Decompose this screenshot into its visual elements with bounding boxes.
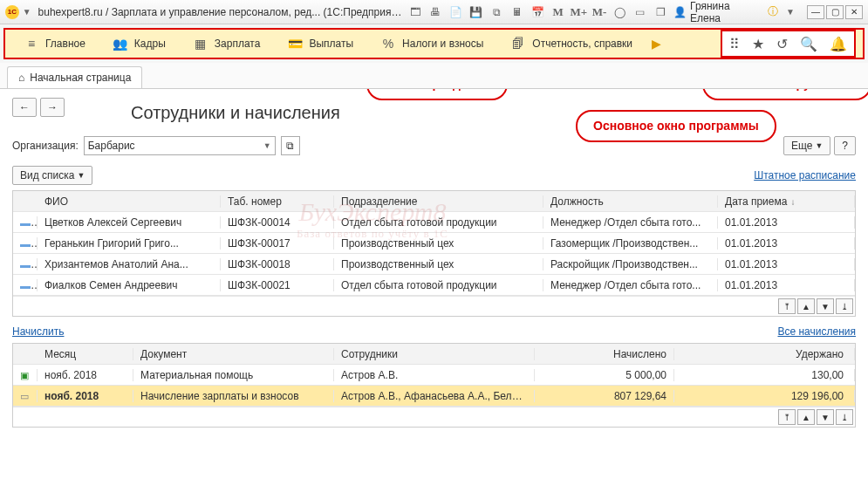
app-logo-icon: 1C bbox=[5, 5, 19, 19]
section-label: Кадры bbox=[134, 38, 166, 50]
minimize-button[interactable]: — bbox=[807, 5, 824, 19]
cell-pos: Менеджер /Отдел сбыта гото... bbox=[543, 216, 718, 229]
accrue-link[interactable]: Начислить bbox=[12, 325, 64, 338]
copy-icon[interactable]: 📄 bbox=[448, 4, 463, 20]
memory-mminus-button[interactable]: M- bbox=[591, 4, 606, 20]
cell-emp: Астров А.В. bbox=[334, 369, 535, 381]
chevron-down-icon[interactable]: ▼ bbox=[263, 141, 271, 150]
cell-month: нояб. 2018 bbox=[38, 390, 133, 402]
section-reports[interactable]: 🗐Отчетность, справки bbox=[499, 30, 645, 58]
docs-icon: 🗐 bbox=[511, 37, 525, 51]
tab-home[interactable]: ⌂ Начальная страница bbox=[7, 66, 142, 88]
cell-tab: ШФЗК-00018 bbox=[221, 258, 334, 270]
table-header: Месяц Документ Сотрудники Начислено Удер… bbox=[13, 344, 855, 365]
nav-forward-button[interactable]: → bbox=[40, 98, 65, 117]
staffing-link[interactable]: Штатное расписание bbox=[754, 169, 856, 181]
apps-icon[interactable]: ⠿ bbox=[729, 36, 740, 52]
search-icon[interactable]: 🔍 bbox=[800, 36, 817, 52]
section-label: Зарплата bbox=[215, 38, 261, 50]
col-acc[interactable]: Начислено bbox=[535, 348, 674, 360]
user-block[interactable]: 👤 Грянина Елена bbox=[673, 0, 761, 24]
cell-tab: ШФЗК-00021 bbox=[221, 279, 334, 291]
col-doc[interactable]: Документ bbox=[133, 348, 334, 360]
save-icon[interactable]: 💾 bbox=[468, 4, 483, 20]
scroll-down-button[interactable]: ▼ bbox=[817, 409, 834, 425]
table-row[interactable]: Геранькин Григорий Григо...ШФЗК-00017Про… bbox=[13, 233, 855, 254]
col-hold[interactable]: Удержано bbox=[674, 348, 855, 360]
windows-icon[interactable]: ❐ bbox=[653, 4, 668, 20]
table-nav-footer: ⤒ ▲ ▼ ⤓ bbox=[13, 407, 855, 427]
info-dropdown-icon[interactable]: ▼ bbox=[786, 7, 795, 17]
favorites-icon[interactable]: ★ bbox=[752, 36, 764, 52]
scroll-up-button[interactable]: ▲ bbox=[797, 298, 815, 314]
people-icon: 👥 bbox=[113, 37, 127, 51]
cell-tab: ШФЗК-00014 bbox=[221, 216, 334, 229]
table-row[interactable]: ▭нояб. 2018Начисление зарплаты и взносов… bbox=[13, 386, 855, 407]
page-title: Сотрудники и начисления bbox=[131, 103, 340, 123]
col-pos[interactable]: Должность bbox=[543, 195, 718, 208]
cell-fio: Геранькин Григорий Григо... bbox=[38, 237, 221, 250]
print-preview-icon[interactable]: 🗔 bbox=[407, 4, 422, 20]
section-label: Главное bbox=[45, 38, 85, 50]
cell-fio: Цветков Алексей Сергеевич bbox=[38, 216, 221, 229]
cell-acc: 807 129,64 bbox=[535, 390, 674, 402]
notifications-icon[interactable]: 🔔 bbox=[830, 36, 847, 52]
window-list-icon[interactable]: ▭ bbox=[632, 4, 647, 20]
org-open-button[interactable]: ⧉ bbox=[281, 136, 300, 155]
user-icon: 👤 bbox=[673, 6, 687, 18]
cell-fio: Фиалков Семен Андреевич bbox=[38, 279, 221, 291]
sections-more-icon[interactable]: ▶ bbox=[652, 37, 661, 51]
table-row[interactable]: Фиалков Семен АндреевичШФЗК-00021Отдел с… bbox=[13, 275, 855, 296]
section-main[interactable]: ≡Главное bbox=[12, 30, 98, 58]
table-row[interactable]: ▣нояб. 2018Материальная помощьАстров А.В… bbox=[13, 365, 855, 386]
scroll-up-button[interactable]: ▲ bbox=[797, 409, 815, 425]
view-mode-button[interactable]: Вид списка▼ bbox=[12, 166, 92, 185]
more-button[interactable]: Еще▼ bbox=[783, 136, 830, 155]
memory-mplus-button[interactable]: M+ bbox=[571, 4, 586, 20]
close-button[interactable]: ✕ bbox=[845, 5, 863, 19]
history-icon[interactable]: ↺ bbox=[776, 36, 788, 52]
maximize-button[interactable]: ▢ bbox=[826, 5, 844, 19]
col-fio[interactable]: ФИО bbox=[38, 195, 221, 208]
calendar-icon[interactable]: 📅 bbox=[530, 4, 544, 20]
tab-label: Начальная страница bbox=[30, 72, 131, 84]
cell-date: 01.01.2013 bbox=[718, 258, 855, 270]
cell-date: 01.01.2013 bbox=[718, 237, 855, 250]
col-emp[interactable]: Сотрудники bbox=[334, 348, 535, 360]
col-tab[interactable]: Таб. номер bbox=[221, 195, 334, 208]
section-taxes[interactable]: %Налоги и взносы bbox=[369, 30, 496, 58]
nav-back-button[interactable]: ← bbox=[12, 98, 37, 117]
section-staff[interactable]: 👥Кадры bbox=[101, 30, 178, 58]
scroll-bottom-button[interactable]: ⤓ bbox=[836, 298, 853, 314]
cell-dept: Отдел сбыта готовой продукции bbox=[334, 216, 543, 229]
employees-table: ФИО Таб. номер Подразделение Должность Д… bbox=[12, 190, 856, 317]
info-icon[interactable]: ⓘ bbox=[766, 4, 781, 20]
scroll-down-button[interactable]: ▼ bbox=[817, 298, 834, 314]
calculator-icon[interactable]: 🖩 bbox=[509, 4, 524, 20]
all-accruals-link[interactable]: Все начисления bbox=[777, 325, 856, 338]
col-date[interactable]: Дата приема↓ bbox=[718, 195, 855, 208]
org-select[interactable]: Барбарис ▼ bbox=[84, 136, 276, 155]
scroll-top-button[interactable]: ⤒ bbox=[778, 409, 796, 425]
section-salary[interactable]: ▦Зарплата bbox=[181, 30, 273, 58]
callout-main-window: Основное окно программы bbox=[576, 110, 776, 142]
grid-icon: ▦ bbox=[194, 37, 208, 51]
cell-pos: Газомерщик /Производствен... bbox=[543, 237, 718, 250]
scroll-bottom-button[interactable]: ⤓ bbox=[836, 409, 853, 425]
title-dropdown-icon[interactable]: ▼ bbox=[23, 7, 31, 17]
table-row[interactable]: Цветков Алексей СергеевичШФЗК-00014Отдел… bbox=[13, 212, 855, 233]
cell-emp: Астров А.В., Афанасьева А.А., Белобокин … bbox=[334, 390, 535, 402]
table-row[interactable]: Хризантемов Анатолий Ана...ШФЗК-00018Про… bbox=[13, 254, 855, 275]
scroll-top-button[interactable]: ⤒ bbox=[778, 298, 796, 314]
cell-date: 01.01.2013 bbox=[718, 216, 855, 229]
cell-fio: Хризантемов Анатолий Ана... bbox=[38, 258, 221, 270]
col-dept[interactable]: Подразделение bbox=[334, 195, 543, 208]
cell-status: ▣ bbox=[13, 369, 38, 381]
col-month[interactable]: Месяц bbox=[38, 348, 133, 360]
compare-icon[interactable]: ⧉ bbox=[489, 4, 504, 20]
memory-m-button[interactable]: M bbox=[550, 4, 565, 20]
section-payments[interactable]: 💳Выплаты bbox=[276, 30, 366, 58]
print-icon[interactable]: 🖶 bbox=[427, 4, 442, 20]
help-button[interactable]: ? bbox=[834, 136, 856, 155]
back-icon[interactable]: ◯ bbox=[612, 4, 627, 20]
